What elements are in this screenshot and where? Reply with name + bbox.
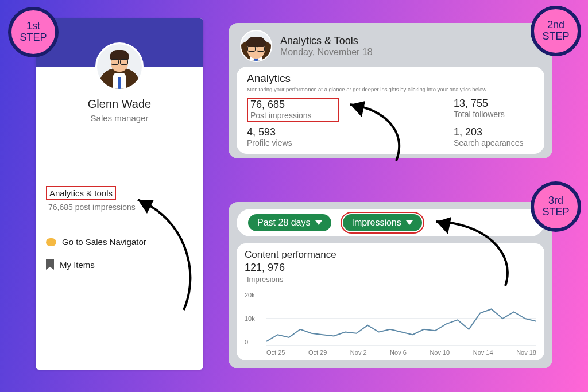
analytics-overview-card: Analytics & Tools Monday, November 18 An… <box>229 23 552 158</box>
analytics-header: Analytics & Tools Monday, November 18 <box>237 29 544 67</box>
analytics-header-title: Analytics & Tools <box>280 35 373 47</box>
chevron-down-icon <box>406 220 413 225</box>
step-2-num: 2nd <box>547 20 564 31</box>
step-2-word: STEP <box>542 31 569 42</box>
metric-post-impressions-label: Post impressions <box>250 111 334 120</box>
metric-post-impressions-value: 76, 685 <box>250 99 334 111</box>
metric-total-followers[interactable]: 13, 755 Total followers <box>390 98 534 122</box>
step-1-num: 1st <box>26 21 40 32</box>
metric-profile-views-label: Profile views <box>247 138 390 148</box>
content-performance-card: Past 28 days Impressions Content perform… <box>229 202 552 368</box>
avatar-small[interactable] <box>240 30 272 62</box>
sales-navigator-label: Go to Sales Navigator <box>62 237 146 247</box>
avatar[interactable] <box>95 42 144 91</box>
analytics-tools-link[interactable]: Analytics & tools <box>46 186 116 200</box>
my-items-link[interactable]: My Items <box>46 259 193 270</box>
metric-search-appearances[interactable]: 1, 203 Search apearances <box>390 127 534 148</box>
content-performance-title: Content performance <box>245 249 536 261</box>
step-1-badge: 1st STEP <box>8 7 59 57</box>
analytics-subtitle: Monitoring your performance at a glance … <box>247 86 534 92</box>
metric-dropdown[interactable]: Impressions <box>343 214 422 231</box>
metric-search-appearances-label: Search apearances <box>454 138 534 148</box>
step-1-word: STEP <box>20 32 47 44</box>
sales-navigator-link[interactable]: Go to Sales Navigator <box>46 237 193 247</box>
my-items-label: My Items <box>60 260 95 270</box>
bookmark-icon <box>46 259 54 270</box>
chart-area: 20k 10k 0 Oct 25 Oct 29 Nov 2 Nov 6 Nov … <box>245 292 536 356</box>
step-2-badge: 2nd STEP <box>531 6 581 56</box>
analytics-body: Analytics Monitoring your performance at… <box>237 67 544 154</box>
profile-name[interactable]: Glenn Wade <box>36 98 203 111</box>
impressions-line-chart[interactable] <box>266 292 536 346</box>
metric-search-appearances-value: 1, 203 <box>454 127 534 138</box>
content-performance-total: 121, 976 <box>245 262 536 274</box>
chart-body: Content performance 121, 976 Impresions … <box>237 243 544 360</box>
content-performance-total-label: Impresions <box>245 275 536 284</box>
profile-title: Sales manager <box>36 113 203 123</box>
step-3-num: 3rd <box>548 195 563 207</box>
analytics-heading: Analytics <box>247 72 534 85</box>
metric-profile-views[interactable]: 4, 593 Profile views <box>247 127 390 148</box>
step-3-badge: 3rd STEP <box>531 181 581 232</box>
y-axis-ticks: 20k 10k 0 <box>245 292 264 346</box>
metric-post-impressions[interactable]: 76, 685 Post impressions <box>247 98 339 122</box>
analytics-header-date: Monday, November 18 <box>280 47 373 57</box>
metric-profile-views-value: 4, 593 <box>247 127 390 138</box>
x-axis-ticks: Oct 25 Oct 29 Nov 2 Nov 6 Nov 10 Nov 14 … <box>266 349 536 356</box>
metric-dropdown-label: Impressions <box>352 218 401 228</box>
analytics-tools-sub: 76,685 post impressions <box>46 203 193 212</box>
date-range-label: Past 28 days <box>257 218 311 228</box>
chevron-down-icon <box>315 220 322 225</box>
metric-total-followers-value: 13, 755 <box>454 98 534 110</box>
profile-sidebar-card: Glenn Wade Sales manager Analytics & too… <box>36 18 203 370</box>
step-3-word: STEP <box>542 207 569 218</box>
date-range-dropdown[interactable]: Past 28 days <box>248 214 331 231</box>
sales-navigator-icon <box>46 238 56 246</box>
metric-total-followers-label: Total followers <box>454 110 534 119</box>
filter-bar: Past 28 days Impressions <box>237 209 544 236</box>
